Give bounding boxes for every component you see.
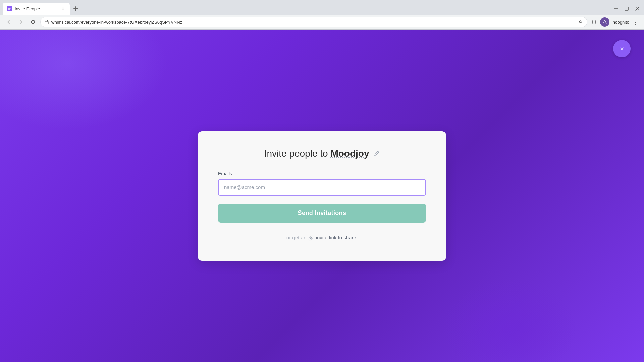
forward-button[interactable] (16, 17, 25, 27)
active-tab[interactable]: Invite People × (3, 3, 70, 15)
bookmark-icon[interactable] (578, 19, 583, 25)
invite-link-row: or get an invite link to share. (218, 235, 426, 241)
page-close-button[interactable]: × (613, 40, 631, 57)
browser-toolbar: whimsical.com/everyone-in-workspace-7tGX… (0, 15, 644, 29)
svg-rect-2 (45, 21, 48, 24)
incognito-label: Incognito (611, 20, 629, 25)
tab-favicon (7, 6, 12, 11)
close-browser-button[interactable] (633, 5, 641, 13)
tab-close-button[interactable]: × (60, 6, 66, 11)
close-icon: × (620, 45, 624, 52)
tab-bar: Invite People × (0, 0, 644, 15)
invite-link-prefix: or get an (286, 235, 306, 240)
link-icon (308, 235, 314, 241)
email-input[interactable] (218, 179, 426, 196)
maximize-button[interactable] (623, 5, 631, 13)
address-bar[interactable]: whimsical.com/everyone-in-workspace-7tGX… (40, 17, 587, 27)
more-button[interactable]: ⋮ (631, 18, 640, 26)
modal-title: Invite people to Moodjoy (218, 148, 426, 159)
invite-link-anchor[interactable]: invite link to share. (316, 235, 358, 240)
profile-button[interactable] (600, 17, 609, 27)
emails-label: Emails (218, 171, 426, 176)
invite-modal: Invite people to Moodjoy Emails Send Inv… (198, 131, 446, 261)
address-text: whimsical.com/everyone-in-workspace-7tGX… (51, 20, 576, 25)
send-invitations-button[interactable]: Send Invitations (218, 204, 426, 223)
refresh-button[interactable] (28, 17, 38, 27)
edit-icon[interactable] (374, 150, 380, 158)
tab-title: Invite People (15, 6, 58, 11)
toolbar-right: Incognito ⋮ (590, 17, 640, 27)
minimize-button[interactable] (612, 5, 620, 13)
lock-icon (45, 19, 49, 25)
workspace-name: Moodjoy (330, 148, 369, 159)
browser-chrome: Invite People × (0, 0, 644, 30)
new-tab-button[interactable] (71, 4, 80, 13)
page-background: × Invite people to Moodjoy Emails Send I… (0, 30, 644, 362)
title-prefix: Invite people to (264, 148, 331, 159)
tab-controls (612, 5, 641, 13)
svg-rect-1 (625, 7, 628, 10)
back-button[interactable] (4, 17, 13, 27)
extensions-button[interactable] (590, 18, 598, 26)
